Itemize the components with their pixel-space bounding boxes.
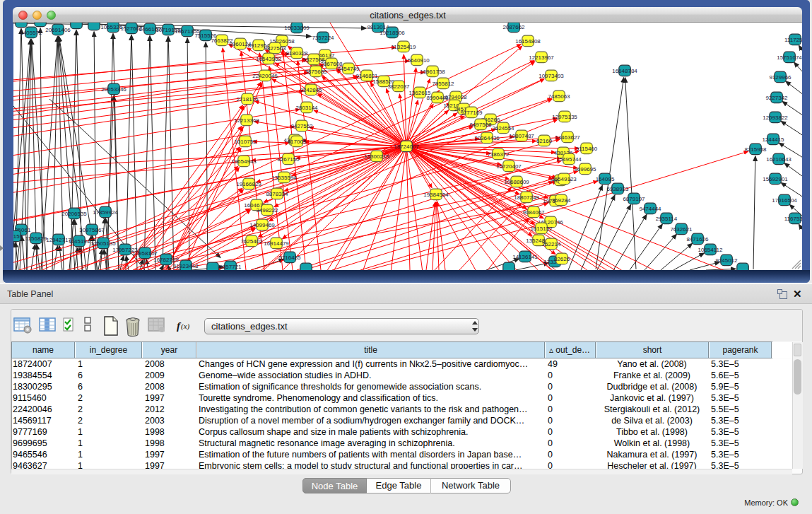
svg-text:16914479: 16914479 [264, 240, 289, 247]
svg-text:18724007: 18724007 [394, 144, 419, 150]
svg-text:39159: 39159 [13, 233, 23, 240]
svg-text:417005: 417005 [288, 139, 307, 145]
svg-text:15640910: 15640910 [404, 57, 430, 64]
svg-text:16033809: 16033809 [284, 25, 310, 31]
svg-text:252214: 252214 [542, 241, 561, 247]
svg-text:18807249: 18807249 [514, 194, 539, 201]
svg-text:8180328: 8180328 [286, 50, 308, 57]
svg-text:6938923: 6938923 [606, 186, 629, 192]
svg-text:12213967: 12213967 [529, 54, 554, 61]
svg-text:17359924: 17359924 [93, 209, 118, 216]
svg-text:9242845: 9242845 [300, 87, 322, 93]
svg-text:10688609: 10688609 [504, 179, 529, 185]
svg-text:9777169: 9777169 [460, 110, 483, 116]
svg-text:20206535: 20206535 [61, 211, 87, 217]
svg-text:1156829: 1156829 [25, 235, 47, 242]
svg-text:16154808: 16154808 [515, 38, 541, 45]
svg-text:(x): (x) [181, 322, 190, 331]
svg-text:19218506: 19218506 [379, 30, 405, 36]
svg-text:2803144: 2803144 [295, 105, 318, 111]
svg-text:16549123: 16549123 [551, 176, 577, 182]
svg-text:7386372: 7386372 [487, 151, 510, 158]
svg-text:10654112: 10654112 [698, 247, 724, 253]
svg-text:7955812: 7955812 [432, 81, 454, 87]
svg-text:6794028: 6794028 [445, 94, 467, 100]
svg-text:16782759: 16782759 [153, 257, 179, 263]
svg-text:14099469: 14099469 [249, 222, 275, 228]
svg-text:2935114: 2935114 [656, 216, 678, 222]
svg-text:7357224: 7357224 [312, 35, 334, 41]
svg-text:22420046: 22420046 [252, 73, 278, 79]
svg-text:62160: 62160 [536, 138, 553, 144]
svg-text:11325419: 11325419 [392, 44, 417, 50]
svg-text:15751074: 15751074 [777, 54, 802, 61]
svg-text:2718176: 2718176 [236, 96, 259, 103]
svg-text:8878334: 8878334 [266, 191, 288, 197]
svg-text:82626: 82626 [554, 256, 570, 262]
svg-text:10973493: 10973493 [539, 73, 564, 79]
svg-text:8471626: 8471626 [686, 236, 709, 243]
svg-text:3624554: 3624554 [492, 125, 514, 132]
svg-text:20364436: 20364436 [474, 135, 500, 141]
svg-text:1167534: 1167534 [784, 216, 802, 222]
svg-text:20691406: 20691406 [45, 27, 71, 33]
svg-text:9827503: 9827503 [264, 45, 286, 52]
svg-text:12975135: 12975135 [552, 114, 577, 120]
svg-text:8454749: 8454749 [337, 66, 360, 72]
svg-text:9084067: 9084067 [522, 209, 545, 216]
svg-text:6497508: 6497508 [469, 122, 492, 128]
svg-text:17016504: 17016504 [772, 197, 797, 204]
svg-text:369284: 369284 [552, 197, 571, 204]
svg-text:11923448: 11923448 [174, 263, 199, 269]
svg-text:15300215: 15300215 [364, 153, 389, 160]
svg-text:12505135: 12505135 [90, 240, 116, 247]
svg-text:20053346: 20053346 [101, 86, 126, 93]
svg-text:1405572: 1405572 [20, 30, 42, 36]
svg-text:12213369: 12213369 [234, 117, 259, 124]
svg-text:9245012: 9245012 [715, 257, 738, 264]
svg-text:16961758: 16961758 [420, 69, 445, 75]
svg-text:5716485: 5716485 [278, 255, 301, 261]
svg-text:1010755: 1010755 [234, 139, 257, 145]
svg-text:1145194: 1145194 [69, 238, 90, 245]
svg-text:13535594: 13535594 [271, 175, 297, 181]
svg-text:1615152: 1615152 [530, 226, 553, 232]
svg-text:2087662: 2087662 [502, 24, 525, 30]
svg-text:16648784: 16648784 [612, 68, 637, 74]
svg-text:19654943: 19654943 [231, 158, 257, 165]
svg-text:7632621: 7632621 [670, 226, 693, 233]
svg-text:3875685: 3875685 [305, 69, 327, 75]
svg-text:1244415: 1244415 [762, 136, 784, 143]
svg-text:3822037: 3822037 [387, 83, 410, 90]
svg-text:14136141: 14136141 [512, 254, 538, 260]
svg-text:14463627: 14463627 [555, 134, 580, 141]
svg-text:12093822: 12093822 [763, 115, 788, 121]
svg-text:15495744: 15495744 [556, 156, 582, 163]
svg-text:19166829: 19166829 [236, 181, 261, 187]
svg-text:9115460: 9115460 [576, 146, 598, 152]
svg-text:7485063: 7485063 [548, 93, 570, 100]
svg-text:8215958: 8215958 [744, 146, 767, 153]
svg-text:16543962: 16543962 [256, 56, 281, 62]
svg-text:9857721: 9857721 [219, 264, 242, 270]
svg-text:9699695: 9699695 [574, 166, 596, 173]
svg-text:8267150: 8267150 [277, 156, 300, 163]
svg-text:1117252: 1117252 [784, 37, 802, 43]
svg-text:30975867: 30975867 [79, 227, 105, 233]
svg-text:8427552: 8427552 [290, 123, 313, 129]
svg-text:164095: 164095 [596, 176, 615, 182]
svg-text:16210643: 16210643 [766, 156, 792, 163]
svg-text:9129966: 9129966 [769, 74, 792, 81]
svg-text:9474444: 9474444 [639, 206, 661, 212]
svg-text:7625402: 7625402 [240, 238, 263, 245]
svg-text:9227342: 9227342 [765, 95, 788, 101]
svg-text:6879197: 6879197 [623, 196, 645, 202]
svg-text:15720407: 15720407 [496, 163, 522, 170]
svg-text:10807487: 10807487 [509, 133, 534, 139]
svg-text:19384554: 19384554 [423, 192, 449, 198]
svg-text:15692901: 15692901 [763, 176, 788, 182]
svg-text:3498222: 3498222 [256, 207, 278, 214]
svg-text:10958107: 10958107 [132, 250, 158, 257]
